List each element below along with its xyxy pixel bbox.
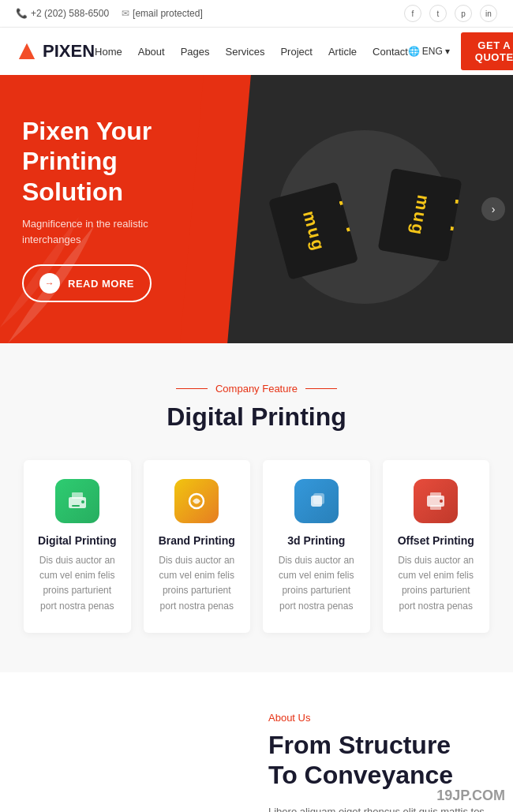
- top-bar-left: 📞 +2 (202) 588-6500 ✉ [email protected]: [16, 8, 203, 19]
- nav-services[interactable]: Services: [226, 46, 265, 58]
- phone-number: +2 (202) 588-6500: [31, 8, 109, 19]
- get-quote-button[interactable]: GET A QUOTE: [461, 32, 513, 70]
- social-pinterest[interactable]: p: [455, 5, 472, 22]
- mug-handle-2: [450, 200, 462, 234]
- feature-desc-2: Dis duis auctor an cum vel enim felis pr…: [275, 553, 358, 614]
- lang-label: ENG: [422, 46, 443, 57]
- logo[interactable]: PIXEN: [16, 40, 95, 62]
- about-title: From StructureTo Conveyance: [268, 730, 489, 791]
- nav-right: 🌐 ENG ▾ GET A QUOTE: [408, 32, 513, 70]
- feature-desc-3: Dis duis auctor an cum vel enim felis pr…: [395, 553, 477, 614]
- phone-icon: 📞: [16, 8, 28, 19]
- feature-card-digital: Digital Printing Dis duis auctor an cum …: [24, 460, 131, 633]
- feature-title-1: Brand Printing: [156, 534, 238, 547]
- hero-left: Pixen YourPrinting Solution Magnificence…: [0, 75, 215, 343]
- nav-article[interactable]: Article: [328, 46, 357, 58]
- logo-icon: [16, 40, 38, 62]
- watermark: 19JP.COM: [436, 788, 505, 804]
- feature-card-3d: 3d Printing Dis duis auctor an cum vel e…: [263, 460, 370, 633]
- 3d-printing-icon: [294, 479, 339, 523]
- nav-home[interactable]: Home: [95, 46, 122, 58]
- phone-info: 📞 +2 (202) 588-6500: [16, 8, 109, 19]
- offset-printing-icon: [414, 479, 458, 523]
- mug-2: mug: [377, 168, 462, 262]
- svg-rect-5: [72, 505, 80, 507]
- nav-links: Home About Pages Services Project Articl…: [95, 44, 408, 58]
- features-grid: Digital Printing Dis duis auctor an cum …: [24, 460, 489, 633]
- digital-printing-icon: [55, 479, 99, 523]
- about-label: About Us: [268, 712, 489, 724]
- leaf-decoration: [0, 217, 95, 343]
- language-selector[interactable]: 🌐 ENG ▾: [408, 46, 450, 57]
- navbar: PIXEN Home About Pages Services Project …: [0, 28, 513, 75]
- top-bar: 📞 +2 (202) 588-6500 ✉ [email protected] …: [0, 0, 513, 28]
- nav-pages[interactable]: Pages: [181, 46, 210, 58]
- svg-marker-1: [19, 43, 35, 59]
- email-icon: ✉: [122, 8, 129, 19]
- social-facebook[interactable]: f: [404, 5, 421, 22]
- about-image: BOX: [24, 762, 245, 812]
- social-linkedin[interactable]: in: [480, 5, 497, 22]
- feature-title-2: 3d Printing: [275, 534, 358, 547]
- nav-project[interactable]: Project: [280, 46, 312, 58]
- feature-desc-1: Dis duis auctor an cum vel enim felis pr…: [156, 553, 238, 614]
- feature-card-offset: Offset Printing Dis duis auctor an cum v…: [383, 460, 490, 633]
- features-section: Company Feature Digital Printing Digital…: [0, 343, 513, 672]
- email-address: [email protected]: [133, 8, 203, 19]
- slider-next-button[interactable]: ›: [481, 197, 505, 221]
- hero-title: Pixen YourPrinting Solution: [22, 116, 193, 207]
- feature-title-0: Digital Printing: [36, 534, 118, 547]
- svg-point-4: [81, 500, 84, 503]
- email-info: ✉ [email protected]: [122, 8, 203, 19]
- svg-point-12: [440, 500, 443, 503]
- feature-desc-0: Dis duis auctor an cum vel enim felis pr…: [36, 553, 118, 614]
- chevron-down-icon: ▾: [445, 46, 450, 57]
- about-illustration: BOX: [24, 762, 245, 812]
- feature-title-3: Offset Printing: [395, 534, 477, 547]
- svg-rect-11: [430, 505, 441, 510]
- hero-image: mug mug: [262, 99, 467, 320]
- brand-printing-icon: [174, 479, 219, 523]
- globe-icon: 🌐: [408, 46, 420, 57]
- svg-rect-8: [313, 493, 324, 504]
- nav-contact[interactable]: Contact: [373, 46, 408, 58]
- nav-about[interactable]: About: [138, 46, 165, 58]
- features-label-text: Company Feature: [215, 383, 298, 395]
- logo-text: PIXEN: [43, 41, 95, 62]
- social-links: f t p in: [404, 5, 497, 22]
- about-description: Libero aliquam eiget rhoncus elit quis m…: [268, 803, 489, 812]
- svg-rect-3: [72, 492, 83, 499]
- hero-section: Pixen YourPrinting Solution Magnificence…: [0, 75, 513, 343]
- feature-card-brand: Brand Printing Dis duis auctor an cum ve…: [144, 460, 251, 633]
- social-twitter[interactable]: t: [429, 5, 447, 22]
- svg-rect-10: [430, 492, 441, 497]
- features-title: Digital Printing: [24, 402, 489, 432]
- hero-right: mug mug ›: [215, 75, 513, 343]
- section-label: Company Feature: [24, 383, 489, 395]
